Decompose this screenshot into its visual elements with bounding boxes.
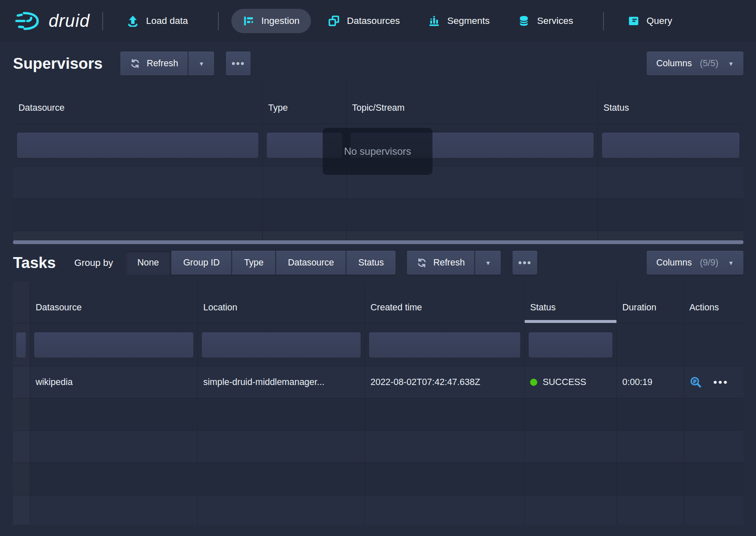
empty-table-row: [13, 495, 743, 525]
task-detail-magnifier-icon[interactable]: [689, 376, 702, 389]
nav-divider: [603, 12, 604, 30]
created-time-filter-input[interactable]: [369, 332, 520, 358]
group-by-segmented-control: None Group ID Type Datasource Status: [126, 251, 396, 275]
columns-label: Columns: [656, 58, 692, 69]
tasks-refresh-menu-button[interactable]: ▼: [474, 251, 501, 275]
tasks-table-header: Datasource Location Created time Status …: [13, 281, 743, 323]
status-badge: SUCCESS: [543, 377, 586, 388]
task-row-wikipedia[interactable]: wikipedia simple-druid-middlemanager... …: [13, 366, 743, 398]
more-icon: •••: [232, 58, 245, 69]
druid-logo-icon: [15, 10, 41, 31]
nav-item-label: Segments: [447, 16, 489, 26]
refresh-icon: [130, 58, 140, 69]
task-datasource: wikipedia: [30, 366, 198, 398]
column-header-datasource[interactable]: Datasource: [13, 82, 263, 123]
nav-item-segments[interactable]: Segments: [417, 9, 501, 33]
empty-table-row: [13, 398, 743, 431]
empty-table-row: [13, 431, 743, 463]
group-by-datasource[interactable]: Datasource: [275, 251, 346, 275]
chevron-down-icon: ▼: [485, 260, 491, 266]
column-header-type[interactable]: Type: [263, 82, 347, 123]
nav-item-services[interactable]: Services: [507, 9, 584, 33]
task-more-actions-icon[interactable]: •••: [713, 377, 728, 388]
tasks-filter-row: [13, 323, 743, 366]
supervisors-more-button[interactable]: •••: [226, 52, 251, 75]
group-by-status[interactable]: Status: [346, 251, 396, 275]
status-filter-input[interactable]: [602, 132, 740, 158]
status-header-label: Status: [530, 302, 556, 313]
nav-divider: [218, 12, 219, 30]
druid-brand[interactable]: druid: [15, 10, 90, 31]
no-supervisors-message: No supervisors: [323, 128, 432, 175]
top-navbar: druid Load data Ingestion: [0, 0, 756, 42]
query-icon: [628, 15, 639, 27]
chevron-down-icon: ▼: [728, 60, 734, 67]
chevron-down-icon: ▼: [728, 260, 734, 266]
success-status-dot: [530, 379, 537, 386]
refresh-label: Refresh: [433, 258, 465, 268]
ingestion-icon: [243, 15, 254, 27]
column-header-datasource[interactable]: Datasource: [30, 281, 198, 323]
column-header-duration[interactable]: Duration: [617, 281, 684, 323]
refresh-label: Refresh: [147, 58, 178, 69]
nav-item-label: Ingestion: [261, 16, 300, 26]
columns-label: Columns: [656, 258, 692, 268]
tasks-table: Datasource Location Created time Status …: [13, 281, 743, 525]
chevron-down-icon: ▼: [199, 60, 205, 67]
tasks-more-button[interactable]: •••: [513, 251, 537, 275]
task-status: SUCCESS: [525, 366, 617, 398]
column-header-topic-stream[interactable]: Topic/Stream: [347, 82, 598, 123]
columns-count: (5/5): [700, 58, 718, 69]
task-actions: •••: [684, 366, 743, 398]
column-header-created-time[interactable]: Created time: [365, 281, 525, 323]
datasources-icon: [328, 15, 340, 27]
supervisors-refresh-menu-button[interactable]: ▼: [188, 52, 214, 75]
nav-item-query[interactable]: Query: [616, 9, 684, 33]
refresh-icon: [417, 258, 427, 268]
nav-item-datasources[interactable]: Datasources: [317, 9, 411, 33]
tasks-columns-button[interactable]: Columns (9/9) ▼: [647, 251, 743, 275]
task-created-time: 2022-08-02T07:42:47.638Z: [365, 366, 525, 398]
more-icon: •••: [518, 258, 532, 268]
supervisors-table-header: Datasource Type Topic/Stream Status: [13, 82, 743, 124]
columns-count: (9/9): [700, 258, 718, 268]
empty-table-row: [13, 199, 743, 231]
nav-item-label: Query: [647, 16, 672, 26]
group-by-type[interactable]: Type: [231, 251, 275, 275]
supervisors-table: Datasource Type Topic/Stream Status No s…: [13, 82, 743, 244]
supervisors-columns-button[interactable]: Columns (5/5) ▼: [647, 52, 743, 75]
nav-item-load-data[interactable]: Load data: [116, 9, 199, 33]
column-header-location[interactable]: Location: [198, 281, 365, 323]
sort-indicator: [525, 320, 616, 323]
task-location: simple-druid-middlemanager...: [198, 366, 365, 398]
column-header-actions[interactable]: Actions: [684, 281, 743, 323]
load-data-icon: [127, 15, 139, 27]
nav-item-label: Services: [537, 16, 573, 26]
narrow-filter-input[interactable]: [16, 332, 26, 358]
tasks-header: Tasks Group by None Group ID Type Dataso…: [13, 244, 743, 281]
nav-item-ingestion[interactable]: Ingestion: [231, 9, 311, 33]
nav-item-label: Datasources: [347, 16, 400, 26]
brand-wordmark: druid: [49, 11, 90, 31]
empty-table-row: [13, 463, 743, 495]
status-filter-input[interactable]: [528, 332, 613, 358]
supervisors-header: Supervisors Refresh ▼ ••• C: [13, 42, 743, 82]
datasource-filter-input[interactable]: [17, 132, 259, 158]
segments-icon: [428, 15, 440, 27]
supervisors-refresh-button[interactable]: Refresh: [120, 52, 188, 75]
group-by-none[interactable]: None: [126, 251, 171, 275]
supervisors-title: Supervisors: [13, 55, 103, 73]
datasource-filter-input[interactable]: [34, 332, 194, 358]
group-by-group-id[interactable]: Group ID: [171, 251, 231, 275]
column-header-blank: [13, 281, 30, 323]
task-duration: 0:00:19: [617, 366, 684, 398]
empty-table-row: [13, 231, 743, 240]
column-header-status[interactable]: Status: [525, 281, 617, 323]
tasks-title: Tasks: [13, 254, 56, 272]
horizontal-scrollbar[interactable]: [13, 240, 743, 244]
location-filter-input[interactable]: [202, 332, 361, 358]
group-by-label: Group by: [74, 258, 113, 268]
services-icon: [518, 15, 530, 27]
tasks-refresh-button[interactable]: Refresh: [407, 251, 474, 275]
column-header-status[interactable]: Status: [598, 82, 743, 123]
